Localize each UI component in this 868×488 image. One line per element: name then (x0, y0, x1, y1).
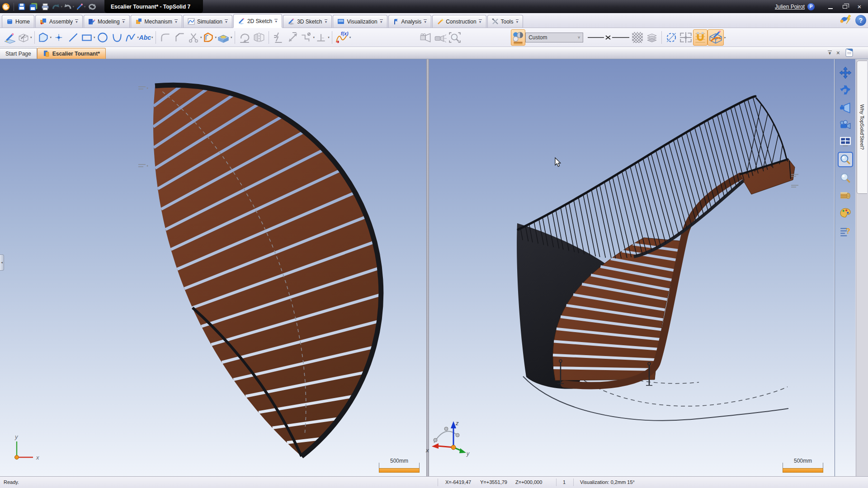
visualization-setting[interactable]: Visualization: 0,2mm 15° (580, 479, 635, 485)
redo-button[interactable]: ▾ (63, 2, 74, 12)
spline-tool-button[interactable]: ▾ (124, 29, 139, 46)
arc-tool-button[interactable] (110, 29, 124, 46)
sketch-tool-button[interactable] (3, 29, 17, 46)
tab-menu-arrow[interactable]: ▼ (516, 19, 519, 23)
constraint-tool-button[interactable] (271, 29, 286, 46)
tab-3d-sketch[interactable]: 3D Sketch▼ (283, 15, 332, 28)
close-document-button[interactable]: × (836, 49, 840, 56)
tab-2d-sketch[interactable]: 2D Sketch▼ (233, 14, 282, 28)
line-tool-button[interactable] (66, 29, 80, 46)
save-button[interactable] (16, 2, 27, 12)
redo-menu-arrow[interactable]: ▾ (72, 5, 74, 9)
tab-menu-arrow[interactable]: ▼ (225, 19, 228, 23)
help-button[interactable]: ? (855, 15, 866, 26)
viewport-splitter[interactable] (426, 59, 429, 476)
fillet-tool-button[interactable] (158, 29, 173, 46)
hatch-pattern-button[interactable] (630, 29, 645, 46)
viewport-3d-view[interactable] (429, 59, 834, 476)
sketch-on-plane-button[interactable] (708, 29, 724, 46)
menu-arrow[interactable]: ▾ (231, 36, 232, 39)
doc-tab-start-page[interactable]: Start Page (0, 48, 37, 59)
extrude-tool-button[interactable]: ▾ (217, 29, 232, 46)
tab-menu-arrow[interactable]: ▼ (75, 19, 78, 23)
rotate-view-button[interactable]: ▸ (839, 83, 852, 97)
construction-mode-button[interactable] (664, 29, 679, 46)
rectangle-tool-button[interactable]: ▾ (80, 29, 95, 46)
zoom-region-button[interactable] (448, 29, 462, 46)
tab-list-button[interactable]: ▼ (828, 51, 832, 56)
layers-button[interactable] (645, 29, 659, 46)
projector-view-button[interactable] (419, 29, 433, 46)
text-tool-button[interactable]: Abc▾ (139, 29, 153, 46)
mirror-tool-button[interactable] (252, 29, 266, 46)
line-style-button[interactable] (587, 29, 630, 46)
tab-menu-arrow[interactable]: ▼ (274, 19, 278, 23)
undo-menu-arrow[interactable]: ▾ (61, 5, 62, 9)
tab-menu-arrow[interactable]: ▼ (380, 19, 383, 23)
print-button[interactable] (40, 2, 51, 12)
refresh-button[interactable] (87, 2, 98, 12)
point-tool-button[interactable] (52, 29, 66, 46)
step-profile-tool-button[interactable]: ▾ (300, 29, 315, 46)
app-logo[interactable] (0, 2, 11, 12)
profile-tool-button[interactable]: ▾ (202, 29, 217, 46)
restore-button[interactable] (839, 3, 851, 11)
user-badge[interactable]: P (807, 3, 815, 10)
menu-arrow[interactable]: ▾ (328, 36, 330, 39)
tab-menu-arrow[interactable]: ▼ (325, 19, 328, 23)
undo-button[interactable]: ▾ (52, 2, 62, 12)
viewport-2d-top-view[interactable] (0, 59, 426, 476)
tab-construction[interactable]: Construction▼ (432, 15, 486, 28)
minimize-button[interactable] (825, 3, 836, 11)
zoom-button[interactable] (839, 172, 852, 185)
3d-sketch-tool-button[interactable]: ▾ (17, 29, 32, 46)
edit-menu-arrow[interactable]: ▾ (84, 5, 86, 9)
menu-arrow[interactable]: ▾ (151, 36, 153, 39)
menu-arrow[interactable]: ▾ (349, 36, 351, 39)
tab-simulation[interactable]: Simulation▼ (183, 15, 232, 28)
trim-tool-button[interactable]: ▾ (187, 29, 202, 46)
tab-menu-arrow[interactable]: ▼ (424, 19, 427, 23)
why-topsolid-steel-tab[interactable]: Why TopSolid'Steel? (857, 61, 867, 194)
tab-home[interactable]: Home (2, 15, 34, 28)
tab-visualization[interactable]: Visualization▼ (333, 15, 387, 28)
tab-menu-arrow[interactable]: ▼ (122, 19, 125, 23)
pan-view-button[interactable] (839, 66, 852, 80)
chamfer-tool-button[interactable] (173, 29, 187, 46)
camera-light-button[interactable] (433, 29, 448, 46)
menu-arrow[interactable]: ▸ (724, 36, 726, 39)
circle-tool-button[interactable] (95, 29, 110, 46)
magnet-snap-button[interactable] (693, 29, 708, 46)
perpendicular-tool-button[interactable]: ▾ (315, 29, 330, 46)
tab-mechanism[interactable]: Mechanism▼ (131, 15, 182, 28)
function-tool-button[interactable]: f(x)▾ (335, 29, 351, 46)
tab-modeling[interactable]: Modeling▼ (84, 15, 130, 28)
tab-menu-arrow[interactable]: ▼ (175, 19, 178, 23)
revolve-tool-button[interactable] (237, 29, 252, 46)
tab-menu-arrow[interactable]: ▼ (479, 19, 482, 23)
menu-arrow[interactable]: ▾ (30, 36, 32, 39)
notes-icon[interactable] (844, 48, 854, 58)
save-all-button[interactable] (28, 2, 39, 12)
dimension-tool-button[interactable] (286, 29, 300, 46)
contour-tool-button[interactable]: ▾ (37, 29, 52, 46)
materials-button[interactable] (839, 189, 852, 202)
tab-assembly[interactable]: Assembly▼ (35, 15, 83, 28)
viewport-layout-button[interactable]: ▸ (839, 135, 852, 148)
view-direction-button[interactable]: ▸ (839, 102, 852, 115)
whats-new-button[interactable] (839, 14, 853, 27)
viewport-split-button[interactable] (679, 29, 693, 46)
tab-analysis[interactable]: Analysis▼ (388, 15, 432, 28)
tab-tools[interactable]: Tools▼ (487, 15, 524, 28)
doc-tab-escalier[interactable]: Escalier Tournant* (37, 48, 106, 59)
render-style-select[interactable]: Custom˅ (525, 33, 583, 42)
camera-button[interactable] (839, 118, 852, 131)
user-account-link[interactable]: Julien Poirot (775, 4, 805, 10)
close-button[interactable]: × (854, 3, 865, 11)
collapse-panel-handle[interactable]: ◂ (0, 254, 4, 271)
edit-button[interactable]: ▾ (75, 2, 86, 12)
render-style-button[interactable] (511, 29, 525, 46)
help-options-button[interactable]: ? (839, 224, 852, 238)
color-palette-button[interactable] (839, 206, 852, 220)
zoom-window-button[interactable] (839, 153, 852, 166)
